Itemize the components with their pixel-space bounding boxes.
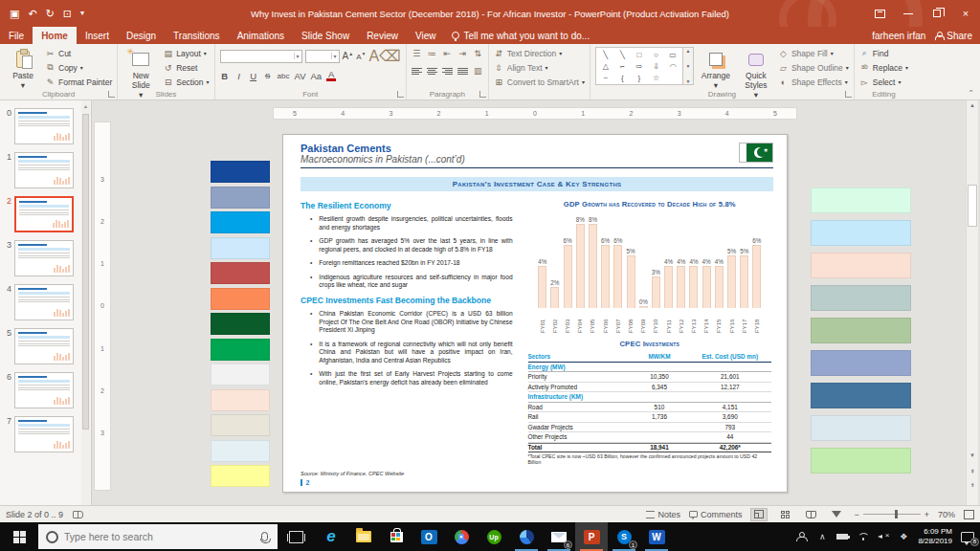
search-input[interactable] <box>64 531 256 542</box>
slideshow-view-button[interactable] <box>828 508 845 521</box>
font-size-combobox[interactable]: ▾ <box>305 50 340 63</box>
strikethrough-icon[interactable]: S <box>263 72 273 80</box>
upwork-taskbar-button[interactable]: Up <box>478 522 510 551</box>
save-icon[interactable]: ▣ <box>10 9 19 19</box>
zoom-in-button[interactable]: + <box>924 510 929 519</box>
font-dialog-launcher[interactable] <box>397 91 404 98</box>
color-swatch[interactable] <box>811 220 911 246</box>
blue-app-taskbar-button[interactable] <box>510 522 543 551</box>
slide-thumbnail-5[interactable] <box>14 328 74 364</box>
shape-outline-button[interactable]: ▱Shape Outline▾ <box>778 61 849 74</box>
chevron-up-icon[interactable]: ∧ <box>816 532 828 541</box>
restore-button[interactable] <box>923 0 951 27</box>
start-button[interactable] <box>0 522 38 551</box>
shape-icon[interactable]: ○ <box>654 51 658 59</box>
menu-tab-insert[interactable]: Insert <box>77 27 118 44</box>
skype-taskbar-button[interactable]: S1 <box>608 522 640 551</box>
scrollbar-thumb[interactable] <box>968 185 977 227</box>
slide-thumbnail-7[interactable] <box>14 416 74 452</box>
clear-formatting-icon[interactable]: A⌫ <box>369 47 401 65</box>
color-swatch[interactable] <box>211 339 270 361</box>
chart-bar[interactable] <box>538 266 546 308</box>
color-swatch[interactable] <box>811 285 911 311</box>
shape-icon[interactable]: □ <box>637 51 642 59</box>
chart-bar[interactable] <box>702 266 711 308</box>
slide-title[interactable]: Pakistan Cements <box>301 143 773 154</box>
font-color-icon[interactable]: A <box>326 70 336 82</box>
chart-bar[interactable] <box>727 255 736 308</box>
menu-tab-home[interactable]: Home <box>33 27 77 44</box>
slide-thumbnail-0[interactable] <box>14 108 74 144</box>
people-icon[interactable] <box>796 532 808 541</box>
text-direction-button[interactable]: ⇵Text Direction▾ <box>494 47 585 59</box>
volume-muted-icon[interactable] <box>878 533 889 541</box>
ribbon-display-options-button[interactable] <box>865 0 894 27</box>
thumbnail-scrollbar[interactable]: ▲ <box>81 100 90 505</box>
color-swatch[interactable] <box>811 253 911 278</box>
chart-bar[interactable] <box>601 245 610 308</box>
menu-tab-animations[interactable]: Animations <box>229 27 293 44</box>
edge-taskbar-button[interactable]: e <box>315 522 347 551</box>
color-swatch[interactable] <box>211 211 270 233</box>
shapes-gallery[interactable]: ╲╲□○▭△⌐⇨⇩◠~{}☆ <box>595 47 683 85</box>
chrome-taskbar-button[interactable] <box>445 522 478 551</box>
signed-in-user[interactable]: farheen irfan <box>872 31 925 41</box>
format-painter-button[interactable]: ✎Format Painter <box>45 76 112 88</box>
minimize-button[interactable] <box>894 0 923 27</box>
line-spacing-icon[interactable]: ⇅ <box>473 49 483 59</box>
decrease-indent-icon[interactable]: ⇤ <box>442 49 453 59</box>
align-text-button[interactable]: ⇳Align Text▾ <box>494 61 585 74</box>
chart-bar[interactable] <box>752 245 761 308</box>
file-explorer-taskbar-button[interactable] <box>347 522 380 551</box>
color-swatch[interactable] <box>211 389 270 411</box>
increase-font-size-icon[interactable]: A▲ <box>343 51 354 61</box>
chart-bar[interactable] <box>652 276 660 308</box>
copy-button[interactable]: ⧉Copy▾ <box>45 61 112 74</box>
fit-slide-to-window-icon[interactable] <box>964 510 974 519</box>
slide-sorter-view-button[interactable] <box>776 508 793 521</box>
slideshow-icon[interactable]: ⊡ <box>63 9 72 19</box>
shape-icon[interactable]: △ <box>603 62 609 71</box>
action-center-icon[interactable]: 8 <box>961 532 974 542</box>
color-swatch[interactable] <box>211 414 270 436</box>
slide-thumbnail-3[interactable] <box>14 240 74 276</box>
collapse-ribbon-icon[interactable]: ⌃ <box>968 89 974 98</box>
word-taskbar-button[interactable]: W <box>640 522 673 551</box>
zoom-slider-thumb[interactable] <box>895 510 898 518</box>
scroll-up-icon[interactable]: ▲ <box>81 100 90 109</box>
menu-tab-design[interactable]: Design <box>118 27 165 44</box>
taskbar-clock[interactable]: 6:09 PM 8/28/2019 <box>918 527 952 546</box>
vertical-scrollbar[interactable]: ▲ ▼ ⇞ ⇟ <box>966 100 978 505</box>
shape-icon[interactable]: ☆ <box>653 74 659 82</box>
dropbox-icon[interactable]: ❖ <box>898 532 909 541</box>
shape-fill-button[interactable]: ◇Shape Fill▾ <box>778 47 849 59</box>
spell-check-icon[interactable] <box>73 511 83 518</box>
shape-icon[interactable]: ▭ <box>669 51 677 59</box>
menu-tab-slide-show[interactable]: Slide Show <box>293 27 358 44</box>
align-center-icon[interactable] <box>427 68 437 75</box>
tell-me-box[interactable]: Tell me what you want to do... <box>444 27 597 44</box>
shape-icon[interactable]: ⇨ <box>636 62 643 71</box>
layout-button[interactable]: ▤Layout▾ <box>163 47 209 59</box>
menu-tab-view[interactable]: View <box>407 27 445 44</box>
shape-icon[interactable]: { <box>621 74 624 82</box>
battery-icon[interactable] <box>836 534 848 540</box>
gdp-growth-bar-chart[interactable]: 4%FY012%FY026%FY038%FY048%FY056%FY066%FY… <box>536 216 763 333</box>
scroll-down-icon[interactable]: ▼ <box>967 452 978 458</box>
clipboard-dialog-launcher[interactable] <box>108 91 115 98</box>
paste-button[interactable]: Paste▾ <box>5 47 41 91</box>
slide-thumbnail-2[interactable] <box>14 196 74 232</box>
color-swatch[interactable] <box>811 350 911 376</box>
color-swatch[interactable] <box>211 465 270 487</box>
outlook-taskbar-button[interactable]: O <box>412 522 445 551</box>
menu-tab-review[interactable]: Review <box>358 27 407 44</box>
color-swatch[interactable] <box>811 448 911 474</box>
align-right-icon[interactable] <box>442 68 453 75</box>
bullets-icon[interactable]: ☰ <box>412 49 422 59</box>
zoom-out-button[interactable]: − <box>854 510 858 519</box>
font-name-combobox[interactable]: ▾ <box>220 50 302 63</box>
paragraph-dialog-launcher[interactable] <box>479 91 486 98</box>
decrease-font-size-icon[interactable]: A▼ <box>356 51 366 61</box>
numbering-icon[interactable]: ≔ <box>427 49 437 59</box>
mail-taskbar-button[interactable]: 6 <box>543 522 575 551</box>
